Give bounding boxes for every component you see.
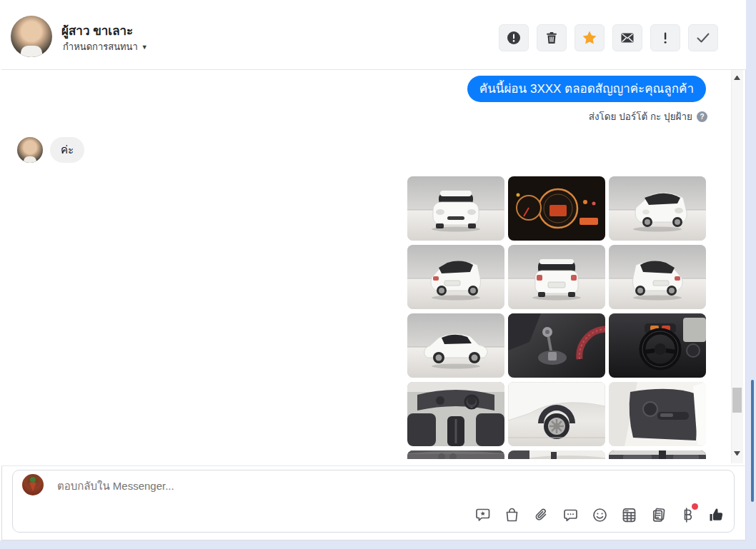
saved-replies-button[interactable] bbox=[474, 506, 491, 523]
templates-button[interactable] bbox=[650, 506, 667, 523]
scroll-down-arrow-icon[interactable] bbox=[734, 451, 740, 455]
thumbs-up-icon bbox=[708, 505, 725, 525]
page-scrollbar-thumb[interactable] bbox=[751, 380, 754, 502]
exclamation-icon bbox=[657, 30, 673, 46]
comment-button[interactable] bbox=[562, 506, 579, 523]
composer-divider bbox=[1, 465, 746, 466]
photo-tile-strip-dark[interactable] bbox=[407, 450, 504, 459]
check-icon bbox=[695, 29, 712, 46]
sent-by-text: ส่งโดย ปอร์โต้ กะ ปุยฝ้าย bbox=[589, 109, 692, 124]
photo-tile-strip-light[interactable] bbox=[508, 450, 605, 459]
photo-tile-cockpit[interactable] bbox=[609, 313, 706, 378]
comment-dots-icon bbox=[562, 507, 579, 523]
photo-tile-car-rear[interactable] bbox=[508, 245, 605, 309]
header-actions bbox=[499, 24, 718, 51]
trash-icon bbox=[544, 30, 559, 46]
page-background-bottom bbox=[0, 540, 756, 549]
star-icon bbox=[581, 29, 598, 46]
attach-button[interactable] bbox=[532, 506, 549, 523]
photo-tile-car-front-quarter[interactable] bbox=[609, 176, 706, 241]
messenger-inbox-window: ผู้สาว ขาเลาะ กำหนดการสนทนา▼ bbox=[0, 0, 756, 549]
comment-star-icon bbox=[474, 507, 491, 523]
shopping-bag-icon bbox=[504, 507, 520, 523]
keypad-button[interactable] bbox=[620, 506, 637, 523]
emoji-button[interactable] bbox=[591, 506, 608, 523]
composer-toolbar bbox=[474, 506, 725, 523]
mark-unread-button[interactable] bbox=[612, 24, 642, 51]
photo-tile-wheel-closeup[interactable] bbox=[508, 382, 605, 446]
chevron-down-icon: ▼ bbox=[141, 44, 148, 51]
photo-tile-car-rear-quarter-left[interactable] bbox=[407, 245, 504, 309]
paperclip-icon bbox=[533, 507, 549, 523]
conversation-header: ผู้สาว ขาเลาะ กำหนดการสนทนา▼ bbox=[1, 1, 746, 69]
report-button[interactable] bbox=[499, 24, 529, 51]
help-icon[interactable]: ? bbox=[697, 111, 707, 122]
photo-tile-cabin[interactable] bbox=[407, 382, 504, 446]
incoming-message-bubble[interactable]: ค่ะ bbox=[50, 137, 84, 163]
photo-tile-door-panel[interactable] bbox=[609, 382, 706, 446]
photo-tile-dashboard[interactable] bbox=[508, 176, 605, 241]
reply-composer[interactable] bbox=[12, 470, 735, 533]
chat-scroll-area[interactable]: คันนี้ผ่อน 3XXX ตลอดสัญญาค่ะคุณลูกค้า ส่… bbox=[1, 70, 732, 465]
conversation-menu[interactable]: กำหนดการสนทนา▼ bbox=[63, 39, 148, 54]
photo-tile-gear-shift[interactable] bbox=[508, 313, 605, 378]
contact-avatar-small[interactable] bbox=[17, 137, 43, 163]
follow-up-button[interactable] bbox=[575, 24, 605, 51]
documents-icon bbox=[650, 507, 667, 523]
smiley-icon bbox=[592, 507, 608, 523]
incoming-message-row: ค่ะ bbox=[17, 137, 84, 163]
photo-attachment-grid bbox=[407, 176, 707, 459]
scroll-up-arrow-icon[interactable] bbox=[734, 76, 740, 80]
reply-input[interactable] bbox=[56, 470, 484, 500]
like-button[interactable] bbox=[708, 506, 725, 523]
delete-button[interactable] bbox=[537, 24, 567, 51]
page-avatar bbox=[22, 474, 44, 495]
notification-dot bbox=[692, 503, 698, 510]
photo-tile-strip-mid[interactable] bbox=[609, 450, 706, 459]
mark-done-button[interactable] bbox=[688, 24, 718, 51]
payment-button[interactable] bbox=[679, 506, 696, 523]
envelope-icon bbox=[620, 30, 635, 46]
photo-tile-car-rear-quarter-right[interactable] bbox=[609, 245, 706, 309]
contact-name: ผู้สาว ขาเลาะ bbox=[61, 21, 133, 40]
outgoing-message-bubble[interactable]: คันนี้ผ่อน 3XXX ตลอดสัญญาค่ะคุณลูกค้า bbox=[467, 76, 706, 102]
photo-tile-car-front[interactable] bbox=[407, 176, 504, 241]
shop-button[interactable] bbox=[503, 506, 520, 523]
chat-scrollbar-thumb[interactable] bbox=[732, 388, 742, 413]
sent-by-attribution: ส่งโดย ปอร์โต้ กะ ปุยฝ้าย ? bbox=[589, 109, 707, 124]
calculator-icon bbox=[621, 507, 637, 523]
alert-circle-icon bbox=[506, 30, 522, 46]
mark-important-button[interactable] bbox=[650, 24, 680, 51]
conversation-menu-label: กำหนดการสนทนา bbox=[63, 41, 138, 52]
photo-tile-car-side[interactable] bbox=[407, 313, 504, 378]
contact-avatar[interactable] bbox=[11, 16, 52, 57]
